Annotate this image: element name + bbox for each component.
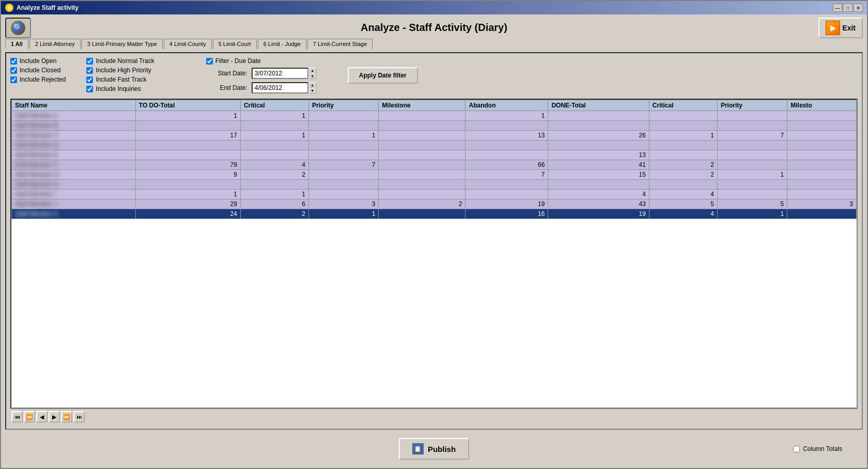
- include-open-label: Include Open: [20, 57, 56, 65]
- table-row[interactable]: Staff Member D: [12, 140, 857, 150]
- nav-bar: ⏮ ⏪ ◀ ▶ ⏩ ⏭: [10, 409, 858, 425]
- cell-name: Staff Member B: [12, 121, 136, 131]
- end-date-down-button[interactable]: ▼: [308, 88, 317, 93]
- start-date-up-button[interactable]: ▲: [308, 68, 317, 73]
- tab-limit-attorney[interactable]: 2 Limit-Attorney: [29, 39, 81, 49]
- col-done-critical: Critical: [649, 100, 717, 111]
- publish-label: Publish: [428, 445, 456, 454]
- include-fast-track-item: Include Fast Track: [86, 76, 154, 83]
- cell-name: Staff Member F: [12, 160, 136, 170]
- exit-icon: ▶: [826, 21, 840, 35]
- tab-limit-court[interactable]: 5 Limit-Court: [213, 39, 257, 49]
- data-table: Staff Name TO DO-Total Critical Priority…: [11, 100, 857, 219]
- end-date-input[interactable]: [252, 82, 308, 93]
- tab-limit-current-stage[interactable]: 7 Limit-Current Stage: [307, 39, 373, 49]
- filters-row: Include Open Include Closed Include Reje…: [10, 57, 858, 93]
- table-row-selected[interactable]: Staff Member K 24 2 1 16 19 4 1: [12, 209, 857, 219]
- end-date-label: End Date:: [206, 84, 247, 91]
- table-row[interactable]: Staff Member F 79 4 7 66 41 2: [12, 160, 857, 170]
- window-icon: ⚙: [5, 4, 13, 12]
- exit-label: Exit: [842, 24, 856, 32]
- table-header: Staff Name TO DO-Total Critical Priority…: [12, 100, 857, 111]
- publish-button[interactable]: 📋 Publish: [399, 438, 469, 460]
- minimize-button[interactable]: —: [833, 4, 842, 12]
- table-row[interactable]: Staff Member A 1 1 1: [12, 111, 857, 121]
- close-button[interactable]: ✕: [854, 4, 863, 12]
- app-logo: 🔍: [5, 18, 31, 38]
- tabs-bar: 1 All 2 Limit-Attorney 3 Limit-Primary M…: [5, 39, 863, 49]
- end-date-input-wrapper: ▲ ▼: [252, 82, 317, 93]
- include-fast-track-checkbox[interactable]: [86, 76, 93, 83]
- nav-last-button[interactable]: ⏭: [73, 411, 85, 423]
- cell-name: Staff Member I: [12, 190, 136, 199]
- cell-name: Staff Member D: [12, 140, 136, 150]
- apply-date-filter-button[interactable]: Apply Date filter: [348, 67, 418, 84]
- column-totals-wrapper: Column Totals: [793, 445, 842, 452]
- content-area: 🔍 Analyze - Staff Activity (Diary) ▶ Exi…: [1, 14, 867, 468]
- filter-col-2: Include Normal Track Include High Priori…: [86, 57, 154, 92]
- filter-due-date-label: Filter - Due Date: [215, 57, 261, 65]
- col-done-milestone: Milesto: [787, 100, 857, 111]
- include-normal-track-item: Include Normal Track: [86, 57, 154, 65]
- col-todo-milestone: Milestone: [379, 100, 466, 111]
- maximize-button[interactable]: □: [843, 4, 853, 12]
- include-normal-track-checkbox[interactable]: [86, 58, 93, 65]
- title-bar: ⚙ Analyze Staff activity — □ ✕: [1, 1, 867, 14]
- start-date-down-button[interactable]: ▼: [308, 73, 317, 79]
- include-rejected-checkbox[interactable]: [10, 76, 17, 83]
- cell-name: Staff Member G: [12, 170, 136, 180]
- nav-prev-button[interactable]: ◀: [36, 411, 48, 423]
- table-row[interactable]: Staff Member H: [12, 180, 857, 190]
- cell-done-pri: [717, 111, 787, 121]
- table-row[interactable]: Staff Member G 9 2 7 15 2 1: [12, 170, 857, 180]
- filter-due-date-checkbox[interactable]: [206, 58, 213, 65]
- filter-col-1: Include Open Include Closed Include Reje…: [10, 57, 66, 83]
- nav-prev-fast-button[interactable]: ⏪: [24, 411, 35, 423]
- logo-icon: 🔍: [10, 20, 26, 36]
- nav-first-button[interactable]: ⏮: [11, 411, 23, 423]
- cell-done-crit: [649, 111, 717, 121]
- include-rejected-item: Include Rejected: [10, 76, 66, 83]
- cell-name: Staff Member A: [12, 111, 136, 121]
- main-window: ⚙ Analyze Staff activity — □ ✕ 🔍 Analyze…: [0, 0, 868, 469]
- col-abandon: Abandon: [466, 100, 548, 111]
- include-rejected-label: Include Rejected: [20, 76, 66, 83]
- date-filter-header: Filter - Due Date: [206, 57, 317, 65]
- start-date-input-wrapper: ▲ ▼: [252, 68, 317, 79]
- table-row[interactable]: Staff Member E 13: [12, 150, 857, 160]
- include-high-priority-checkbox[interactable]: [86, 67, 93, 74]
- column-totals-checkbox[interactable]: [793, 446, 800, 452]
- window-title: Analyze Staff activity: [17, 4, 79, 11]
- cell-name: Staff Member H: [12, 180, 136, 190]
- nav-next-button[interactable]: ▶: [49, 411, 60, 423]
- include-inquiries-checkbox[interactable]: [86, 86, 93, 92]
- include-open-checkbox[interactable]: [10, 58, 17, 65]
- include-normal-track-label: Include Normal Track: [96, 57, 154, 65]
- bottom-bar: 📋 Publish Column Totals: [5, 430, 863, 464]
- start-date-input[interactable]: [252, 68, 308, 79]
- tab-limit-primary-matter-type[interactable]: 3 Limit-Primary Matter Type: [82, 39, 163, 49]
- tab-limit-judge[interactable]: 6 Limit - Judge: [258, 39, 306, 49]
- cell-name: Staff Member J: [12, 199, 136, 209]
- table-row[interactable]: Staff Member I 1 1 4 4: [12, 190, 857, 199]
- end-date-up-button[interactable]: ▲: [308, 82, 317, 88]
- exit-button[interactable]: ▶ Exit: [818, 18, 863, 38]
- end-date-row: End Date: ▲ ▼: [206, 82, 317, 93]
- table-row[interactable]: Staff Member C 17 1 1 13 26 1 7: [12, 131, 857, 140]
- col-done-priority: Priority: [717, 100, 787, 111]
- cell-abandon: 1: [466, 111, 548, 121]
- include-inquiries-label: Include Inquiries: [96, 85, 141, 92]
- nav-next-fast-button[interactable]: ⏩: [61, 411, 72, 423]
- col-done-total: DONE-Total: [548, 100, 649, 111]
- tab-limit-county[interactable]: 4 Limit-County: [164, 39, 212, 49]
- cell-name: Staff Member K: [12, 209, 136, 219]
- tab-all[interactable]: 1 All: [5, 39, 28, 49]
- include-closed-label: Include Closed: [20, 67, 60, 74]
- table-row[interactable]: Staff Member J 29 6 3 2 19 43 5 5 3: [12, 199, 857, 209]
- table-container: Staff Name TO DO-Total Critical Priority…: [10, 99, 858, 409]
- include-closed-item: Include Closed: [10, 67, 66, 74]
- start-date-row: Start Date: ▲ ▼: [206, 68, 317, 79]
- col-todo-critical: Critical: [240, 100, 308, 111]
- include-closed-checkbox[interactable]: [10, 67, 17, 74]
- table-row[interactable]: Staff Member B: [12, 121, 857, 131]
